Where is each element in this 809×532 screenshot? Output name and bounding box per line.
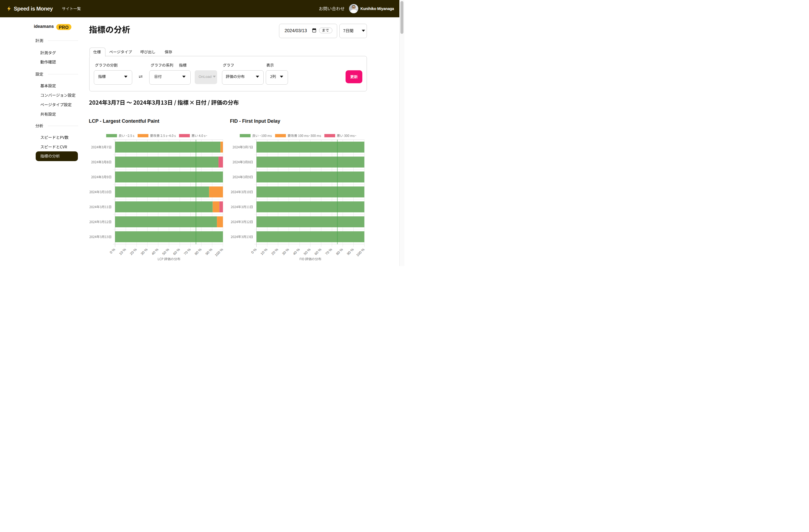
svg-text:100 %: 100 % bbox=[355, 247, 365, 257]
svg-text:50 %: 50 % bbox=[303, 247, 311, 256]
svg-text:30 %: 30 % bbox=[281, 247, 290, 256]
svg-text:40 %: 40 % bbox=[292, 247, 301, 256]
svg-text:20 %: 20 % bbox=[270, 247, 279, 256]
svg-text:80 %: 80 % bbox=[194, 247, 202, 256]
svg-text:20 %: 20 % bbox=[129, 247, 138, 256]
svg-text:40 %: 40 % bbox=[151, 247, 159, 256]
svg-text:90 %: 90 % bbox=[204, 247, 213, 256]
svg-text:70 %: 70 % bbox=[324, 247, 333, 256]
svg-text:30 %: 30 % bbox=[140, 247, 149, 256]
svg-text:0 %: 0 % bbox=[250, 247, 257, 255]
svg-text:50 %: 50 % bbox=[161, 247, 170, 256]
svg-text:10 %: 10 % bbox=[118, 247, 127, 256]
svg-text:60 %: 60 % bbox=[172, 247, 180, 256]
svg-text:90 %: 90 % bbox=[346, 247, 355, 256]
svg-text:60 %: 60 % bbox=[313, 247, 322, 256]
svg-text:80 %: 80 % bbox=[335, 247, 344, 256]
svg-text:0 %: 0 % bbox=[109, 247, 116, 255]
svg-text:70 %: 70 % bbox=[183, 247, 191, 256]
svg-text:100 %: 100 % bbox=[214, 247, 224, 257]
svg-text:10 %: 10 % bbox=[260, 247, 268, 256]
